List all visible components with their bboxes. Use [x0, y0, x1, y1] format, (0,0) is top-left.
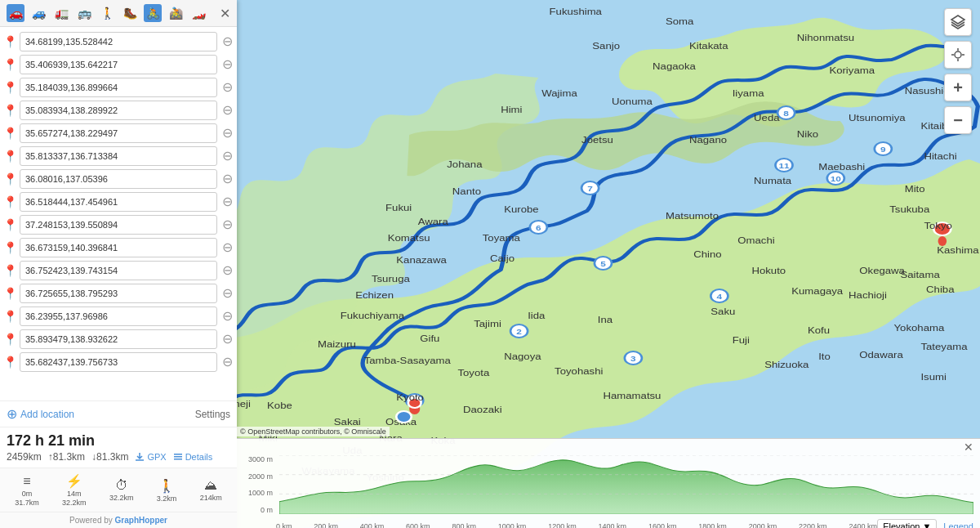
waypoint-remove-11[interactable]: ⊖	[220, 264, 234, 277]
svg-text:Toyama: Toyama	[483, 234, 521, 243]
mode-item-clock[interactable]: ⏱ 32.2km	[109, 478, 134, 502]
svg-text:Fuji: Fuji	[733, 336, 750, 345]
settings-button[interactable]: Settings	[195, 409, 230, 420]
graphhopper-brand[interactable]: GraphHopper	[115, 516, 167, 525]
waypoint-remove-10[interactable]: ⊖	[220, 241, 234, 254]
svg-text:Tajimi: Tajimi	[474, 320, 501, 329]
transport-mtb[interactable]: 🚵	[167, 4, 185, 22]
waypoint-row: 📍 ⊖	[0, 53, 237, 76]
waypoint-remove-6[interactable]: ⊖	[220, 150, 234, 163]
mode-item-walk2[interactable]: 🚶 3.2km	[157, 478, 177, 503]
transport-racing[interactable]: 🏎️	[189, 4, 207, 22]
transport-car2[interactable]: 🚙	[29, 4, 47, 22]
elevation-close-button[interactable]: ✕	[964, 441, 973, 454]
waypoint-input-4[interactable]	[20, 101, 217, 120]
x-400km: 400 km	[360, 522, 385, 528]
svg-text:Toyohashi: Toyohashi	[555, 367, 603, 376]
svg-text:9: 9	[880, 145, 886, 153]
zoom-out-button[interactable]: −	[944, 106, 972, 134]
svg-text:Tokyo: Tokyo	[924, 221, 952, 230]
add-location-label: Add location	[20, 409, 74, 420]
waypoint-input-13[interactable]	[20, 307, 217, 326]
waypoint-pin-6: 📍	[3, 150, 16, 163]
elevation-dropdown[interactable]: Elevation ▼	[877, 519, 937, 528]
x-1200km: 1200 km	[548, 522, 577, 528]
svg-text:Chiba: Chiba	[926, 285, 955, 294]
add-location-button[interactable]: ⊕ Add location	[7, 406, 74, 422]
waypoint-remove-9[interactable]: ⊖	[220, 218, 234, 231]
waypoint-input-9[interactable]	[20, 215, 217, 235]
waypoint-remove-8[interactable]: ⊖	[220, 195, 234, 208]
waypoint-remove-4[interactable]: ⊖	[220, 104, 234, 117]
waypoint-row: 📍 ⊖	[0, 328, 237, 351]
svg-text:Hachioji: Hachioji	[849, 291, 887, 300]
waypoint-remove-13[interactable]: ⊖	[220, 310, 234, 323]
waypoint-input-1[interactable]	[20, 32, 217, 51]
waypoint-pin-4: 📍	[3, 104, 16, 117]
svg-text:Toyota: Toyota	[457, 369, 489, 378]
svg-text:Hitachi: Hitachi	[924, 152, 956, 161]
speed-time: 14m	[67, 490, 82, 498]
svg-rect-110	[174, 454, 182, 455]
transport-truck[interactable]: 🚛	[52, 4, 70, 22]
zoom-in-button[interactable]: +	[944, 74, 972, 101]
waypoint-remove-2[interactable]: ⊖	[220, 58, 234, 71]
gpx-button[interactable]: GPX	[135, 452, 166, 462]
x-2200km: 2200 km	[799, 522, 827, 528]
svg-text:4: 4	[717, 292, 723, 300]
svg-text:Joetsu: Joetsu	[581, 136, 613, 145]
waypoint-input-3[interactable]	[20, 78, 217, 97]
waypoint-remove-5[interactable]: ⊖	[220, 127, 234, 140]
powered-by: Powered by GraphHopper	[0, 512, 237, 528]
elevation-legend-button[interactable]: Legend	[943, 521, 973, 528]
svg-text:Chino: Chino	[693, 250, 722, 259]
waypoint-input-2[interactable]	[20, 55, 217, 74]
waypoint-remove-1[interactable]: ⊖	[220, 35, 234, 48]
waypoint-input-12[interactable]	[20, 284, 217, 303]
route-distance: 2459km	[7, 451, 42, 463]
waypoint-remove-7[interactable]: ⊖	[220, 172, 234, 186]
transport-bus[interactable]: 🚌	[75, 4, 93, 22]
svg-text:Kumagaya: Kumagaya	[791, 287, 844, 296]
transport-bike[interactable]: 🚴	[144, 4, 162, 22]
svg-text:Soma: Soma	[666, 17, 694, 26]
layers-button[interactable]	[944, 8, 972, 36]
waypoint-input-11[interactable]	[20, 261, 217, 280]
details-button[interactable]: Details	[173, 452, 213, 462]
waypoint-remove-3[interactable]: ⊖	[220, 81, 234, 94]
mode-item-mountain[interactable]: ⛰ 214km	[200, 478, 222, 502]
waypoint-input-15[interactable]	[20, 352, 217, 372]
x-1400km: 1400 km	[599, 522, 627, 528]
waypoint-pin-2: 📍	[3, 58, 16, 71]
svg-text:Ueda: Ueda	[754, 114, 780, 123]
svg-text:Kashima: Kashima	[937, 246, 979, 255]
waypoint-input-14[interactable]	[20, 329, 217, 349]
waypoint-remove-15[interactable]: ⊖	[220, 356, 234, 369]
waypoint-remove-14[interactable]: ⊖	[220, 333, 234, 346]
transport-hike[interactable]: 🥾	[121, 4, 139, 22]
svg-text:Daozaki: Daozaki	[463, 405, 502, 414]
waypoint-remove-12[interactable]: ⊖	[220, 287, 234, 300]
waypoint-input-6[interactable]	[20, 146, 217, 166]
waypoint-input-5[interactable]	[20, 123, 217, 143]
elevation-legend-label: Legend	[943, 521, 973, 528]
mode-item-flat[interactable]: ≡ 0m 31.7km	[15, 474, 39, 507]
elevation-chart[interactable]	[279, 455, 973, 514]
transport-car[interactable]: 🚗	[7, 4, 24, 22]
route-details-row: 2459km ↑81.3km ↓81.3km GPX Details	[7, 451, 230, 463]
waypoint-input-7[interactable]	[20, 169, 217, 189]
mountain-dist: 214km	[200, 494, 222, 502]
transport-walk[interactable]: 🚶	[98, 4, 116, 22]
route-ascent: ↑81.3km	[48, 451, 85, 463]
svg-text:8: 8	[783, 109, 789, 117]
svg-text:Tateyama: Tateyama	[920, 342, 968, 351]
waypoint-input-10[interactable]	[20, 238, 217, 257]
waypoint-input-8[interactable]	[20, 192, 217, 212]
locate-button[interactable]	[944, 41, 972, 69]
mode-item-speed[interactable]: ⚡ 14m 32.2km	[62, 473, 87, 507]
clock-dist: 32.2km	[109, 494, 134, 502]
svg-text:Nanto: Nanto	[452, 187, 482, 196]
elevation-x-axis: 0 km 200 km 400 km 600 km 800 km 1000 km…	[276, 522, 877, 528]
close-sidebar-button[interactable]: ✕	[220, 6, 230, 21]
svg-text:11: 11	[778, 161, 789, 169]
